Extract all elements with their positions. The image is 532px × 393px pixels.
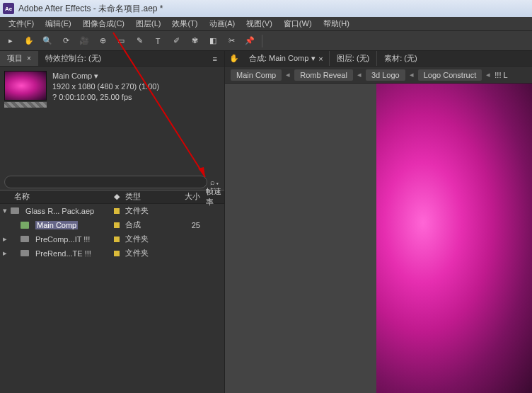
roto-tool-icon[interactable]: ✂ — [225, 35, 238, 47]
brush-tool-icon[interactable]: ✐ — [170, 35, 183, 47]
tree-row[interactable]: ▸PreRend...TE !!!文件夹 — [0, 246, 224, 261]
menu-help[interactable]: 帮助(H) — [318, 18, 355, 29]
pen-tool-icon[interactable]: ✎ — [133, 35, 146, 47]
item-name: PreRend...TE !!! — [33, 249, 108, 258]
footage-viewer-label[interactable]: 素材: (无) — [376, 51, 424, 66]
project-info: Main Comp ▾ 1920 x 1080 (480 x 270) (1.0… — [0, 67, 224, 112]
camera-tool-icon[interactable]: 🎥 — [78, 35, 91, 47]
item-name: PreComp...IT !!! — [33, 235, 108, 244]
menu-edit[interactable]: 编辑(E) — [40, 18, 77, 29]
comp-icon — [20, 220, 30, 230]
menu-animation[interactable]: 动画(A) — [204, 18, 241, 29]
menu-layer[interactable]: 图层(L) — [130, 18, 166, 29]
folder-icon — [10, 206, 20, 216]
composition-viewer[interactable] — [225, 84, 532, 393]
workspace: 项目 × 特效控制台: (无) ≡ Main Comp ▾ 1920 x 108… — [0, 51, 532, 393]
label-color[interactable] — [108, 249, 125, 258]
label-color[interactable] — [108, 221, 125, 229]
project-tree[interactable]: ▾Glass R... Pack.aep文件夹Main Comp合成25▸Pre… — [0, 204, 224, 266]
item-type: 合成 — [125, 220, 175, 230]
item-type: 文件夹 — [125, 248, 175, 258]
chevron-left-icon: ◂ — [286, 70, 290, 79]
tree-row[interactable]: ▸PreComp...IT !!!文件夹 — [0, 232, 224, 246]
item-size: 25 — [175, 221, 203, 229]
breadcrumb-item[interactable]: Logo Construct — [418, 69, 482, 81]
clone-tool-icon[interactable]: ✾ — [188, 35, 201, 47]
comp-meta: Main Comp ▾ 1920 x 1080 (480 x 270) (1.0… — [52, 71, 159, 108]
comp-breadcrumb: Main Comp ◂ Romb Reveal ◂ 3d Logo ◂ Logo… — [225, 67, 532, 84]
window-title: Adobe After Effects - 未命名项目.aep * — [18, 3, 163, 15]
project-panel: 项目 × 特效控制台: (无) ≡ Main Comp ▾ 1920 x 108… — [0, 51, 225, 393]
item-name: Glass R... Pack.aep — [23, 207, 108, 215]
pan-behind-tool-icon[interactable]: ⊕ — [96, 35, 109, 47]
item-type: 文件夹 — [125, 234, 175, 244]
chevron-left-icon: ◂ — [357, 70, 362, 79]
comp-panel-header: ✋ 合成: Main Comp ▾ × 图层: (无) 素材: (无) — [225, 51, 532, 67]
eraser-tool-icon[interactable]: ◧ — [207, 35, 219, 47]
layer-viewer-label[interactable]: 图层: (无) — [329, 51, 376, 66]
tab-close-icon[interactable]: × — [27, 55, 31, 62]
comp-dimensions: 1920 x 1080 (480 x 270) (1.00) — [52, 81, 159, 92]
chevron-left-icon: ◂ — [486, 70, 490, 79]
col-tag[interactable]: ◆ — [108, 192, 125, 201]
label-color[interactable] — [108, 207, 125, 215]
comp-thumbnail[interactable] — [4, 71, 47, 101]
title-bar: Ae Adobe After Effects - 未命名项目.aep * — [0, 0, 532, 17]
rendered-frame — [376, 84, 532, 393]
tab-project-label: 项目 — [7, 53, 23, 64]
toolbar: ▸ ✋ 🔍 ⟳ 🎥 ⊕ ▭ ✎ T ✐ ✾ ◧ ✂ 📌 — [0, 31, 532, 51]
close-icon[interactable]: × — [318, 55, 323, 63]
tab-project[interactable]: 项目 × — [0, 51, 38, 66]
hand-icon[interactable]: ✋ — [225, 54, 243, 63]
selection-tool-icon[interactable]: ▸ — [4, 35, 17, 47]
folder-icon — [20, 249, 30, 258]
label-color[interactable] — [108, 235, 125, 244]
toolbar-separator — [262, 35, 262, 47]
tab-effect-controls[interactable]: 特效控制台: (无) — [38, 51, 108, 66]
menu-file[interactable]: 文件(F) — [3, 18, 40, 29]
search-icon[interactable]: ⌕▾ — [210, 178, 220, 186]
chevron-left-icon: ◂ — [410, 70, 414, 79]
menu-effect[interactable]: 效果(T) — [166, 18, 203, 29]
puppet-tool-icon[interactable]: 📌 — [243, 35, 256, 47]
col-name[interactable]: 名称 — [11, 191, 108, 202]
folder-icon — [20, 234, 30, 244]
shape-tool-icon[interactable]: ▭ — [115, 35, 127, 47]
rotate-tool-icon[interactable]: ⟳ — [59, 35, 72, 47]
menu-composition[interactable]: 图像合成(C) — [77, 18, 130, 29]
zoom-tool-icon[interactable]: 🔍 — [41, 35, 54, 47]
comp-duration: ? 0:00:10:00, 25.00 fps — [52, 92, 159, 103]
menu-view[interactable]: 视图(V) — [241, 18, 278, 29]
search-row: ⌕▾ — [0, 174, 224, 190]
alpha-strip — [4, 102, 47, 108]
col-type[interactable]: 类型 — [125, 191, 175, 202]
item-type: 文件夹 — [125, 205, 175, 216]
col-size[interactable]: 大小 — [175, 191, 203, 202]
breadcrumb-item[interactable]: Romb Reveal — [294, 69, 353, 81]
breadcrumb-item[interactable]: Main Comp — [231, 69, 282, 81]
left-panel-tabs: 项目 × 特效控制台: (无) ≡ — [0, 51, 224, 67]
breadcrumb-item[interactable]: !!! L — [495, 71, 507, 79]
disclosure-icon[interactable]: ▸ — [0, 249, 10, 258]
item-name: Main Comp — [33, 221, 108, 229]
panel-menu-icon[interactable]: ≡ — [206, 51, 224, 66]
composition-panel: ✋ 合成: Main Comp ▾ × 图层: (无) 素材: (无) Main… — [225, 51, 532, 393]
breadcrumb-item[interactable]: 3d Logo — [366, 69, 405, 81]
menu-window[interactable]: 窗口(W) — [278, 18, 318, 29]
tree-row[interactable]: ▾Glass R... Pack.aep文件夹 — [0, 204, 224, 218]
hand-tool-icon[interactable]: ✋ — [23, 35, 35, 47]
comp-name[interactable]: Main Comp ▾ — [52, 71, 159, 81]
disclosure-icon[interactable]: ▾ — [0, 206, 10, 215]
tree-row[interactable]: Main Comp合成25 — [0, 218, 224, 232]
menu-bar: 文件(F) 编辑(E) 图像合成(C) 图层(L) 效果(T) 动画(A) 视图… — [0, 17, 532, 31]
app-icon: Ae — [3, 3, 14, 14]
comp-dropdown-label: 合成: Main Comp — [249, 53, 308, 64]
text-tool-icon[interactable]: T — [151, 35, 164, 47]
dropdown-icon: ▾ — [311, 54, 316, 63]
comp-dropdown[interactable]: 合成: Main Comp ▾ × — [243, 53, 329, 64]
search-input[interactable] — [4, 176, 207, 188]
disclosure-icon[interactable]: ▸ — [0, 234, 10, 244]
thumb-wrap — [4, 71, 47, 108]
tab-fx-label: 特效控制台: (无) — [45, 53, 101, 64]
columns-header: 名称 ◆ 类型 大小 帧速率 — [0, 190, 224, 204]
